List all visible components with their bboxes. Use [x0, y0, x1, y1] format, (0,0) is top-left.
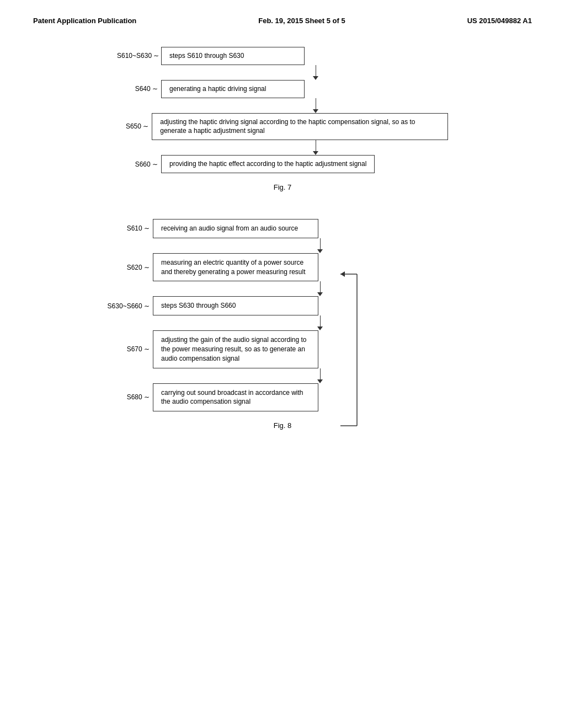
page-header: Patent Application Publication Feb. 19, …	[33, 17, 532, 25]
fig8-arrow-line-2	[320, 281, 321, 292]
svg-marker-3	[340, 271, 345, 277]
fig8-arrow-head-3	[317, 326, 323, 330]
fig8-arrow-line-3	[320, 315, 321, 326]
fig7-arrow-head-3	[313, 151, 318, 155]
fig7-flowchart: S610~S630 ∼ steps S610 through S630 S640…	[117, 47, 448, 173]
fig8-box-s620: measuring an electric quantity of a powe…	[153, 253, 318, 282]
fig8-arrow-3	[178, 315, 462, 330]
fig8-arrow-4	[178, 368, 462, 383]
fig7-arrow-line-3	[316, 140, 316, 151]
fig7-box-s650: adjusting the haptic driving signal acco…	[152, 113, 448, 141]
fig7-arrow-3	[183, 140, 448, 155]
fig7-label-s640: S640 ∼	[117, 85, 161, 93]
fig8-row-s680: S680 ∼ carrying out sound broadcast in a…	[103, 383, 462, 412]
fig7-row-s640: S640 ∼ generating a haptic driving signa…	[117, 80, 448, 98]
fig8-arrow-line-1	[320, 238, 321, 249]
fig7-arrow-line-2	[316, 98, 316, 109]
fig8-row-s630s660: S630~S660 ∼ steps S630 through S660	[103, 296, 462, 315]
fig8-label: Fig. 8	[33, 421, 532, 430]
fig7-box-s660: providing the haptic effect according to…	[161, 155, 375, 173]
fig7-arrow-line-1	[316, 65, 316, 76]
fig8-box-s610: receiving an audio signal from an audio …	[153, 219, 318, 238]
fig7-arrow-1	[183, 65, 448, 80]
fig7-arrow-head-2	[313, 109, 318, 113]
fig7-row-s660: S660 ∼ providing the haptic effect accor…	[117, 155, 448, 173]
header-right: US 2015/049882 A1	[467, 17, 532, 25]
fig8-label-s630s660: S630~S660 ∼	[103, 302, 153, 310]
fig7-arrow-2	[183, 98, 448, 113]
fig8-row-s670: S670 ∼ adjusting the gain of the audio s…	[103, 330, 462, 368]
fig7-label-s610s630: S610~S630 ∼	[117, 52, 161, 60]
fig7-section: S610~S630 ∼ steps S610 through S630 S640…	[33, 47, 532, 191]
header-left: Patent Application Publication	[33, 17, 136, 25]
feedback-arrow-svg	[340, 263, 374, 467]
fig8-box-s670: adjusting the gain of the audio signal a…	[153, 330, 318, 368]
page: Patent Application Publication Feb. 19, …	[0, 0, 565, 728]
fig8-arrow-2	[178, 281, 462, 296]
feedback-right-bracket	[462, 253, 478, 282]
fig7-row-s650: S650 ∼ adjusting the haptic driving sign…	[117, 113, 448, 141]
fig8-row-s610: S610 ∼ receiving an audio signal from an…	[103, 219, 462, 238]
fig8-arrow-head-2	[317, 292, 323, 296]
header-center: Feb. 19, 2015 Sheet 5 of 5	[258, 17, 345, 25]
fig8-label-s670: S670 ∼	[103, 345, 153, 353]
fig7-label: Fig. 7	[33, 183, 532, 191]
fig8-arrow-head-1	[317, 249, 323, 253]
fig8-row-s620: S620 ∼ measuring an electric quantity of…	[103, 253, 462, 282]
fig8-box-s630s660: steps S630 through S660	[153, 296, 318, 315]
fig8-arrow-line-4	[320, 368, 321, 379]
fig7-label-s660: S660 ∼	[117, 160, 161, 168]
fig8-box-s680: carrying out sound broadcast in accordan…	[153, 383, 318, 412]
fig8-flowchart: S610 ∼ receiving an audio signal from an…	[103, 219, 462, 411]
fig8-section: S610 ∼ receiving an audio signal from an…	[33, 219, 532, 430]
fig8-arrow-1	[178, 238, 462, 253]
fig8-arrow-head-4	[317, 379, 323, 383]
fig8-label-s680: S680 ∼	[103, 393, 153, 401]
fig7-arrow-head-1	[313, 76, 318, 80]
fig8-label-s620: S620 ∼	[103, 264, 153, 271]
fig7-label-s650: S650 ∼	[117, 122, 152, 130]
fig8-label-s610: S610 ∼	[103, 224, 153, 232]
fig7-row-s610-s630: S610~S630 ∼ steps S610 through S630	[117, 47, 448, 65]
feedback-line-svg	[462, 253, 478, 282]
fig7-box-s610s630: steps S610 through S630	[161, 47, 305, 65]
fig7-box-s640: generating a haptic driving signal	[161, 80, 305, 98]
